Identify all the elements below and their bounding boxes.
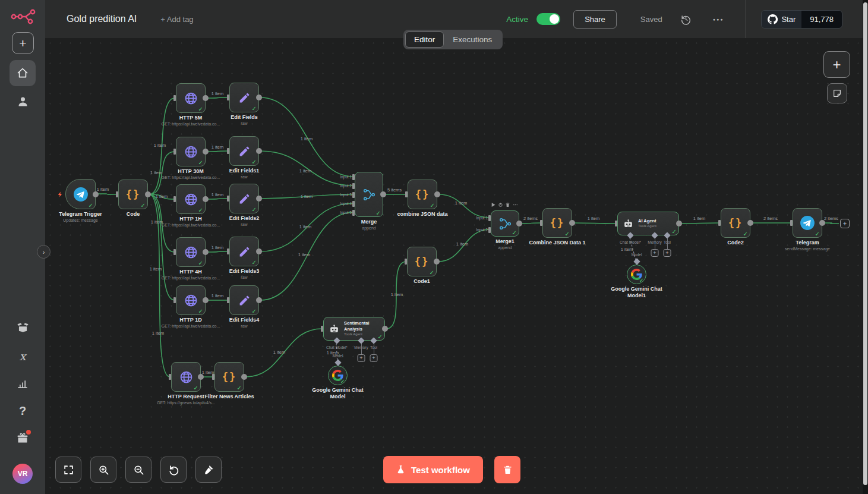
tab-editor[interactable]: Editor xyxy=(405,32,444,48)
output-port[interactable] xyxy=(203,95,209,101)
add-connector-button[interactable]: + xyxy=(370,354,378,362)
input-port[interactable] xyxy=(615,221,617,226)
output-port[interactable] xyxy=(203,149,209,155)
delete-workflow-button[interactable] xyxy=(494,456,520,483)
sidebar-item-variables[interactable]: x xyxy=(0,350,45,363)
google-gemini-chat-model1-node[interactable]: Model✓Google Gemini Chat Model1 xyxy=(627,265,646,284)
output-port[interactable] xyxy=(747,220,753,226)
output-port[interactable] xyxy=(382,326,388,332)
node-hover-toolbar[interactable] xyxy=(491,203,518,207)
input-port[interactable] xyxy=(227,248,229,254)
output-port[interactable] xyxy=(256,148,262,154)
tidy-up-button[interactable] xyxy=(195,457,222,483)
telegram-trigger-node[interactable]: ✓Telegram TriggerUpdates: message xyxy=(65,179,96,209)
input-port[interactable] xyxy=(352,183,355,189)
merge-node[interactable]: ✓Input 1Input 2Input 3Input 4Input 5Merg… xyxy=(355,172,383,217)
connection-edge[interactable] xyxy=(97,194,117,194)
sidebar-item-help[interactable]: ? xyxy=(0,404,45,418)
add-node-button[interactable]: + xyxy=(823,51,850,78)
combine-json-data-1-node[interactable]: {}✓Combine JSON Data 1 xyxy=(542,208,572,238)
connection-edge[interactable] xyxy=(207,251,228,252)
output-port[interactable] xyxy=(256,95,262,100)
output-port[interactable] xyxy=(676,221,682,226)
more-options-icon[interactable]: ●●● xyxy=(713,17,724,21)
output-port[interactable] xyxy=(819,220,825,226)
input-port[interactable] xyxy=(173,196,176,202)
input-port[interactable] xyxy=(173,149,176,155)
vertical-scrollbar[interactable] xyxy=(863,0,868,494)
output-port[interactable] xyxy=(434,259,440,265)
input-port[interactable] xyxy=(173,297,176,303)
model-diamond[interactable] xyxy=(633,258,640,265)
edit-fields-node[interactable]: ✓Edit Fieldsraw xyxy=(229,83,259,112)
google-gemini-chat-model-node[interactable]: Model✓Google Gemini Chat Model xyxy=(328,366,348,385)
code1-node[interactable]: {}✓Code1 xyxy=(407,247,437,276)
output-port[interactable] xyxy=(256,248,262,254)
input-port[interactable] xyxy=(718,220,721,226)
sentimental-analysis-node[interactable]: Sentimental AnalysisTools AgentChat Mode… xyxy=(323,317,385,341)
code2-node[interactable]: {}✓Code2 xyxy=(721,208,750,238)
input-port[interactable] xyxy=(405,259,407,265)
input-port[interactable] xyxy=(540,220,542,226)
input-port[interactable] xyxy=(352,192,355,198)
user-avatar[interactable]: VR xyxy=(12,464,33,484)
http-1h-node[interactable]: ✓HTTP 1HGET: https://api.twelvedata.co..… xyxy=(176,184,206,214)
input-port[interactable] xyxy=(173,249,176,255)
input-port[interactable] xyxy=(116,191,118,197)
sidebar-item-home[interactable] xyxy=(10,60,36,86)
sidebar-add-workflow-button[interactable]: + xyxy=(12,32,34,54)
edit-fields1-node[interactable]: ✓Edit Fields1raw xyxy=(229,136,259,166)
reset-zoom-button[interactable] xyxy=(160,457,187,483)
connector-diamond[interactable] xyxy=(358,337,364,344)
http-1d-node[interactable]: ✓HTTP 1DGET: https://api.twelvedata.co..… xyxy=(176,285,206,315)
ai-agent-node[interactable]: AI AgentTools AgentChat Model*Memory+Too… xyxy=(617,212,679,235)
http-5m-node[interactable]: ✓HTTP 5MGET: https://api.twelvedata.co..… xyxy=(176,83,206,113)
output-port[interactable] xyxy=(434,191,440,197)
output-port[interactable] xyxy=(380,191,386,197)
workflow-title[interactable]: Gold predition AI xyxy=(67,14,137,24)
delete-node-icon[interactable] xyxy=(506,203,510,207)
output-port[interactable] xyxy=(145,191,151,197)
input-port[interactable] xyxy=(227,148,229,154)
active-toggle[interactable] xyxy=(536,13,560,25)
scrollbar-thumb[interactable] xyxy=(863,2,867,485)
connection-edge[interactable] xyxy=(207,199,228,199)
connection-edge[interactable] xyxy=(520,223,541,224)
http-4h-node[interactable]: ✓HTTP 4HGET: https://api.twelvedata.co..… xyxy=(176,237,206,267)
test-workflow-button[interactable]: Test workflow xyxy=(383,456,483,483)
connection-edge[interactable] xyxy=(207,151,228,152)
output-port[interactable] xyxy=(516,221,522,226)
input-port[interactable] xyxy=(321,326,323,332)
play-node-icon[interactable] xyxy=(491,203,495,207)
connection-edge[interactable] xyxy=(573,223,616,224)
input-port[interactable] xyxy=(227,297,229,303)
n8n-logo[interactable] xyxy=(11,8,45,30)
output-port[interactable] xyxy=(256,297,262,303)
telegram-node[interactable]: ✓TelegramsendMessage: message xyxy=(793,208,822,238)
merge1-node[interactable]: ✓Input 1Input 2Merge1append xyxy=(491,210,519,237)
edit-fields4-node[interactable]: ✓Edit Fields4raw xyxy=(229,285,259,315)
sidebar-item-templates[interactable] xyxy=(0,321,45,333)
input-port[interactable] xyxy=(227,196,229,202)
connection-edge[interactable] xyxy=(207,97,228,98)
filter-news-articles-node[interactable]: {}✓Filter News Articles xyxy=(214,362,244,392)
connector-diamond[interactable] xyxy=(664,232,670,238)
http-request-node[interactable]: ✓HTTP RequestGET: https://gnews.io/api/v… xyxy=(171,362,201,392)
sidebar-expand-chevron-icon[interactable]: › xyxy=(37,245,50,259)
model-diamond[interactable] xyxy=(334,359,341,366)
input-port[interactable] xyxy=(352,201,355,207)
fit-view-button[interactable] xyxy=(55,457,81,483)
output-port[interactable] xyxy=(203,249,209,255)
connector-diamond[interactable] xyxy=(627,232,633,238)
input-port[interactable] xyxy=(488,215,491,221)
input-port[interactable] xyxy=(169,374,171,380)
input-port[interactable] xyxy=(352,210,355,216)
connector-diamond[interactable] xyxy=(370,337,377,344)
http-30m-node[interactable]: ✓HTTP 30MGET: https://api.twelvedata.co.… xyxy=(176,137,206,166)
input-port[interactable] xyxy=(212,374,214,380)
tab-executions[interactable]: Executions xyxy=(444,32,501,48)
add-sticky-note-button[interactable] xyxy=(827,83,847,103)
input-port[interactable] xyxy=(790,220,793,226)
code-node[interactable]: {}✓Code xyxy=(118,180,148,209)
input-port[interactable] xyxy=(227,95,229,100)
